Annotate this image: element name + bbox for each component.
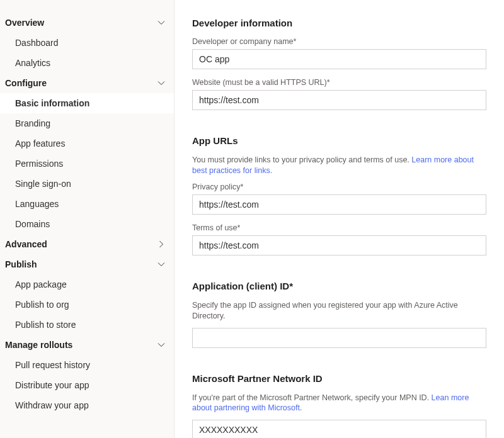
- section-application-client-id: Application (client) ID* Specify the app…: [192, 281, 486, 348]
- nav-item-analytics[interactable]: Analytics: [0, 53, 174, 73]
- nav-item-domains[interactable]: Domains: [0, 214, 174, 234]
- nav-header-label: Configure: [5, 78, 47, 88]
- nav-item-languages[interactable]: Languages: [0, 194, 174, 214]
- chevron-down-icon: [158, 341, 165, 349]
- section-title: Developer information: [192, 18, 486, 28]
- mpn-id-input[interactable]: [192, 420, 486, 438]
- terms-of-use-label: Terms of use*: [192, 223, 486, 232]
- chevron-down-icon: [158, 79, 165, 87]
- nav-header-configure[interactable]: Configure: [0, 73, 174, 93]
- nav-header-label: Publish: [5, 259, 37, 269]
- section-app-urls: App URLs You must provide links to your …: [192, 135, 486, 256]
- website-input[interactable]: [192, 90, 486, 110]
- privacy-policy-input[interactable]: [192, 194, 486, 215]
- chevron-right-icon: [158, 240, 165, 248]
- nav-header-label: Overview: [5, 18, 44, 28]
- desc-text: You must provide links to your privacy p…: [192, 155, 411, 164]
- nav-header-overview[interactable]: Overview: [0, 13, 174, 33]
- nav-item-withdraw-your-app[interactable]: Withdraw your app: [0, 395, 174, 415]
- nav-header-label: Manage rollouts: [5, 340, 72, 350]
- nav-item-app-features[interactable]: App features: [0, 133, 174, 154]
- nav-item-basic-information[interactable]: Basic information: [0, 93, 174, 113]
- chevron-down-icon: [158, 261, 165, 268]
- section-title: Application (client) ID*: [192, 281, 486, 291]
- section-mpn-id: Microsoft Partner Network ID If you're p…: [192, 373, 486, 439]
- section-title: Microsoft Partner Network ID: [192, 373, 486, 384]
- nav-item-pull-request-history[interactable]: Pull request history: [0, 355, 174, 375]
- client-id-input[interactable]: [192, 328, 486, 348]
- mpn-description: If you're part of the Microsoft Partner …: [192, 393, 486, 414]
- chevron-down-icon: [158, 19, 165, 26]
- nav-item-permissions[interactable]: Permissions: [0, 154, 174, 174]
- privacy-policy-label: Privacy policy*: [192, 182, 486, 191]
- website-label: Website (must be a valid HTTPS URL)*: [192, 78, 486, 87]
- section-developer-information: Developer information Developer or compa…: [192, 18, 486, 110]
- client-id-description: Specify the app ID assigned when you reg…: [192, 300, 486, 322]
- nav-header-manage-rollouts[interactable]: Manage rollouts: [0, 335, 174, 355]
- nav-item-publish-to-store[interactable]: Publish to store: [0, 315, 174, 335]
- section-title: App URLs: [192, 135, 486, 146]
- developer-name-label: Developer or company name*: [192, 37, 486, 46]
- nav-header-advanced[interactable]: Advanced: [0, 234, 174, 254]
- nav-item-app-package[interactable]: App package: [0, 274, 174, 295]
- main-content: Developer information Developer or compa…: [175, 0, 504, 438]
- nav-item-distribute-your-app[interactable]: Distribute your app: [0, 375, 174, 395]
- nav-header-label: Advanced: [5, 239, 47, 249]
- nav-header-publish[interactable]: Publish: [0, 254, 174, 274]
- nav-item-publish-to-org[interactable]: Publish to org: [0, 295, 174, 315]
- app-urls-description: You must provide links to your privacy p…: [192, 155, 486, 176]
- nav-item-dashboard[interactable]: Dashboard: [0, 33, 174, 53]
- nav-item-single-sign-on[interactable]: Single sign-on: [0, 174, 174, 194]
- terms-of-use-input[interactable]: [192, 235, 486, 256]
- sidebar: Overview Dashboard Analytics Configure B…: [0, 0, 175, 438]
- desc-text: If you're part of the Microsoft Partner …: [192, 393, 432, 402]
- developer-name-input[interactable]: [192, 49, 486, 69]
- nav-item-branding[interactable]: Branding: [0, 113, 174, 133]
